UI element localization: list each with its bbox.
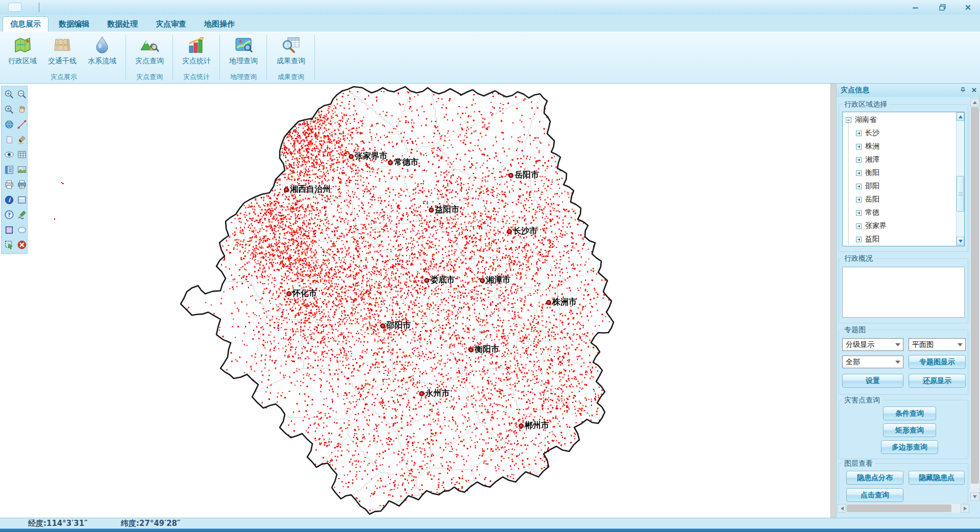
restore-button[interactable] [932,0,952,14]
tree-node-label: 湘潭 [865,155,879,164]
panel-close-button[interactable] [969,86,978,95]
geo-query-button[interactable]: 地理查询 [225,35,262,70]
pin-icon [960,87,966,93]
close-x-icon[interactable] [16,239,28,250]
admin-region-button[interactable]: 行政区域 [4,35,41,70]
disaster-query-button[interactable]: 灾点查询 [131,35,168,70]
hide-hazard-button[interactable]: 隐藏隐患点 [909,471,965,485]
traffic-lines-label: 交通干线 [48,57,77,66]
tree-node-city[interactable]: 常德 [843,206,956,219]
region-tree[interactable]: 湖南省长沙株洲湘潭衡阳邵阳岳阳常德张家界益阳郴州 [842,112,965,246]
map-type-dropdown[interactable]: 平面图 [909,338,966,351]
tree-scrollbar[interactable] [956,112,964,246]
expand-icon[interactable] [856,237,862,242]
pan-hand-icon[interactable] [16,104,28,115]
tree-scroll-up-button[interactable] [957,112,964,121]
display-mode-dropdown[interactable]: 分级显示 [842,338,903,351]
tab-info-display[interactable]: 信息展示 [3,16,48,32]
panel-hscroll-thumb[interactable] [847,504,951,512]
tree-node-city[interactable]: 岳阳 [843,193,956,206]
expand-icon[interactable] [856,184,862,189]
zoom-extent-icon[interactable]: ± [4,104,15,115]
brush-icon[interactable] [16,134,28,145]
zoom-in-icon[interactable]: + [4,89,15,100]
city-label: 益阳市 [429,205,459,215]
water-system-button[interactable]: 水系流域 [84,35,120,70]
click-query-button[interactable]: 点击查询 [846,488,903,502]
condition-query-button[interactable]: 条件查询 [883,407,936,420]
scope-dropdown[interactable]: 全部 [842,356,903,368]
disaster-stats-button[interactable]: 灾点统计 [178,35,215,70]
help-icon[interactable]: ? [4,209,15,220]
map-canvas[interactable] [0,84,830,518]
tree-node-city[interactable]: 衡阳 [843,166,956,180]
expand-icon[interactable] [856,210,862,216]
collapse-icon[interactable] [846,117,851,123]
expand-icon[interactable] [856,223,862,229]
expand-icon[interactable] [856,170,862,176]
panel-horizontal-scrollbar[interactable] [838,504,969,513]
printer-icon[interactable] [4,179,15,190]
city-name: 张家界市 [355,151,387,162]
tree-node-city[interactable]: 湘潭 [843,153,956,166]
city-label: 永州市 [419,388,450,399]
panel-splitter[interactable] [830,84,836,518]
result-query-button[interactable]: 成果查询 [273,35,309,70]
tree-node-city[interactable]: 株洲 [843,140,956,153]
panel-scroll-right-button[interactable] [961,504,969,513]
zoom-out-icon[interactable]: − [16,89,28,100]
rectangle-icon[interactable] [4,224,15,236]
tab-disaster-review[interactable]: 灾点审查 [148,16,194,32]
clear-shape-icon[interactable] [4,134,15,145]
expand-icon[interactable] [856,131,862,136]
city-label: 衡阳市 [469,344,499,355]
pin-button[interactable] [958,86,967,95]
arrow-down-icon [959,240,963,243]
tab-map-operation[interactable]: 地图操作 [197,16,242,32]
window-panel-icon[interactable] [16,194,28,206]
map-area[interactable]: 张家界市常德市岳阳市湘西自治州益阳市长沙市娄底市湘潭市株洲市怀化市邵阳市衡阳市永… [0,84,830,518]
print-color-icon[interactable] [16,179,28,190]
globe-icon[interactable] [4,119,15,130]
polygon-query-button[interactable]: 多边形查询 [881,440,938,454]
tree-node-city[interactable]: 益阳 [843,233,956,246]
eye-icon[interactable] [4,149,15,160]
thematic-show-button[interactable]: 专题图显示 [909,355,966,369]
expand-icon[interactable] [856,144,862,149]
ribbon-group-geo-query: 地理查询 地理查询 [222,32,265,83]
info-icon[interactable]: i [4,194,15,206]
tree-scroll-thumb[interactable] [957,176,964,212]
ribbon-group-result-query: 成果查询 成果查询 [268,32,313,83]
select-marquee-icon[interactable] [4,239,15,250]
layer-list-icon[interactable] [4,164,15,175]
expand-icon[interactable] [856,157,862,163]
panel-vertical-scrollbar[interactable] [970,98,979,501]
measure-line-icon[interactable] [16,119,28,130]
tree-node-city[interactable]: 长沙 [843,126,956,140]
minimize-button[interactable] [905,0,925,14]
tab-data-edit[interactable]: 数据编辑 [51,16,97,32]
ellipse-icon[interactable] [16,224,28,236]
sketch-line-icon[interactable] [16,209,28,220]
image-export-icon[interactable] [16,164,28,175]
tree-node-province[interactable]: 湖南省 [843,113,956,126]
close-button[interactable] [958,0,978,14]
reset-display-button[interactable]: 还原显示 [909,374,966,388]
tree-scroll-down-button[interactable] [957,237,964,245]
overview-textbox[interactable] [842,267,965,318]
tree-node-city[interactable]: 张家界 [843,219,956,233]
panel-scroll-down-button[interactable] [970,492,979,501]
panel-scroll-up-button[interactable] [970,98,979,107]
hazard-distribution-button[interactable]: 隐患点分布 [846,471,903,485]
tree-node-city[interactable]: 邵阳 [843,180,956,193]
latitude-readout: 纬度:27°49′28″ [121,519,181,528]
settings-button[interactable]: 设置 [842,374,903,388]
tab-data-process[interactable]: 数据处理 [100,16,145,32]
grid-table-icon[interactable] [16,149,28,160]
expand-icon[interactable] [856,197,862,202]
panel-vscroll-thumb[interactable] [971,107,979,484]
status-bar: 经度:114°3′31″ 纬度:27°49′28″ [0,518,980,528]
panel-scroll-left-button[interactable] [838,504,846,513]
traffic-lines-button[interactable]: 交通干线 [44,35,81,70]
rectangle-query-button[interactable]: 矩形查询 [883,423,936,437]
